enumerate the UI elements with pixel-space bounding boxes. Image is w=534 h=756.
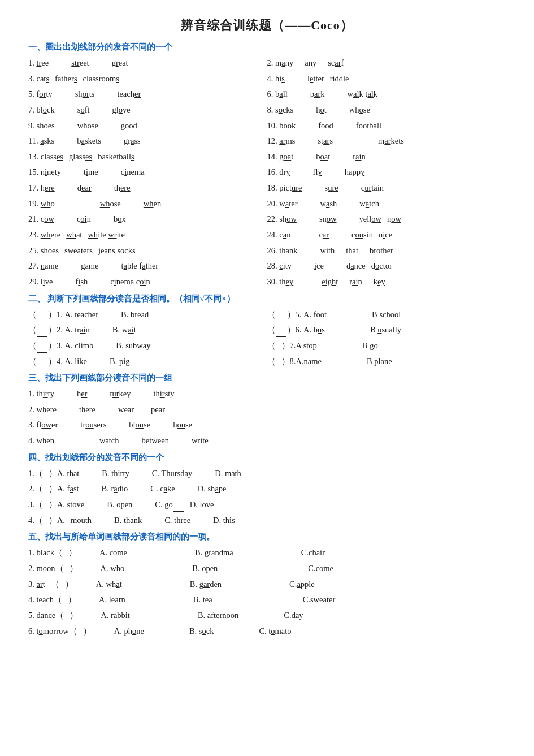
s1-row3: 5. fortyshortsteacher 6. ballparkwalk ta…	[28, 87, 506, 101]
s1-row7: 13. classesglassesbasketballs 14. goatbo…	[28, 150, 506, 164]
s5-row1: 1. black（）A. comeB. grandmaC.chair	[28, 546, 506, 560]
s1-row1: 1. treestreetgreat 2. manyanyscarf	[28, 56, 506, 70]
s1-row2: 3. catsfathersclassrooms 4. hisletterrid…	[28, 72, 506, 86]
s1-row10: 19. whowhosewhen 20. waterwashwatch	[28, 197, 506, 211]
s3-row4: 4. whenwatchbetweenwrite	[28, 434, 506, 448]
s4-row3: 3.（）A. stoveB. openC. goD. love	[28, 498, 506, 512]
s5-row4: 4. teach（）A. learnB. teaC.sweater	[28, 593, 506, 607]
s5-row6: 6. tomorrow（）A. phoneB. sockC. tomato	[28, 624, 506, 638]
s2-row3: （）3. A. climbB. subway （）7.A stopB go	[28, 339, 506, 353]
s1-row8: 15. ninetytimecinema 16. dryflyhappy	[28, 165, 506, 179]
s2-row2: （）2. A. trainB. wait （）6. A. busB usuall…	[28, 323, 506, 337]
section2-title: 二、 判断下列画线部分读音是否相同。（相同√不同×）	[28, 293, 506, 304]
s2-row1: （）1. A. teacherB. bread （）5. A. footB sc…	[28, 308, 506, 322]
section5-title: 五、找出与所给单词画线部分读音相同的的一项。	[28, 532, 506, 542]
section3-title: 三、找出下列画线部分读音不同的一组	[28, 373, 506, 383]
s1-row6: 11. asksbasketsgrass 12. armsstarsmarket…	[28, 134, 506, 148]
s1-row5: 9. shoeswhosegood 10. bookfoodfootball	[28, 119, 506, 133]
s1-row11: 21. cowcoinbox 22. showsnowyellownow	[28, 212, 506, 226]
section4-title: 四、找出划线部分的发音不同的一个	[28, 452, 506, 463]
s5-row2: 2. moon（）A. whoB. openC.come	[28, 561, 506, 576]
s5-row3: 3. art（）A. whatB. gardenC.apple	[28, 577, 506, 591]
s1-row13: 25. shoessweatersjeans socks 26. thankwi…	[28, 244, 506, 258]
s1-row14: 27. namegametable father 28. cityicedanc…	[28, 259, 506, 273]
s1-row4: 7. blocksoftglove 8. sockshotwhose	[28, 103, 506, 117]
s1-row9: 17. heredearthere 18. picturesurecurtain	[28, 181, 506, 195]
s3-row1: 1. thirtyherturkeythirsty	[28, 387, 506, 401]
s4-row1: 1.（）A. thatB. thirtyC. ThursdayD. math	[28, 466, 506, 481]
s4-row4: 4.（）A.mouthB. thankC. threeD. this	[28, 513, 506, 528]
s2-row4: （）4. A. likeB. pig （）8.A.nameB plane	[28, 355, 506, 369]
section1-title: 一、圈出出划线部分的发音不同的一个	[28, 42, 506, 53]
s3-row2: 2. wheretherewearpear	[28, 403, 506, 417]
s3-row3: 3. flowertrousersblousehouse	[28, 418, 506, 432]
s1-row15: 29. livefishcinema coin 30. theyeightrai…	[28, 275, 506, 289]
s5-row5: 5. dance（）A. rabbitB. afternoonC.day	[28, 608, 506, 623]
s4-row2: 2.（）A. fastB. radioC. cakeD. shape	[28, 482, 506, 496]
page-title: 辨音综合训练题（——Coco）	[28, 17, 506, 34]
s1-row12: 23. wherewhatwhite write 24. cancarcousi…	[28, 228, 506, 242]
